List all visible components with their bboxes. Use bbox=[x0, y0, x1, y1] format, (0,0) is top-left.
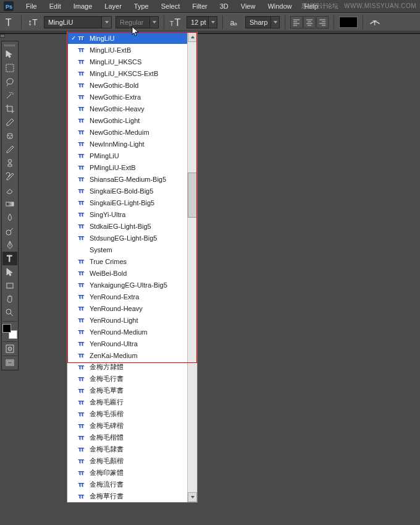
font-option[interactable]: TTTTNewInnMing-Light bbox=[67, 138, 187, 150]
font-option[interactable]: TTTTNewGothic-Meduim bbox=[67, 126, 187, 138]
dodge-tool[interactable] bbox=[2, 224, 17, 238]
font-option[interactable]: TTTTYankaigungEG-Ultra-Big5 bbox=[67, 279, 187, 291]
scrollbar-track[interactable] bbox=[188, 42, 197, 492]
eraser-tool[interactable] bbox=[2, 184, 17, 197]
align-center-button[interactable] bbox=[303, 16, 316, 28]
antialias-select[interactable]: Sharp bbox=[245, 16, 280, 28]
font-option[interactable]: TTTTPMingLiU-ExtB bbox=[67, 161, 187, 173]
font-option[interactable]: TTTTYenRound-Light bbox=[67, 314, 187, 326]
font-family-select[interactable]: MingLiU bbox=[44, 16, 112, 28]
font-option[interactable]: TTTTSingkaiEG-Bold-Big5 bbox=[67, 185, 187, 197]
font-option[interactable]: TTTT金梅毛張楷 bbox=[67, 408, 187, 420]
font-family-dropdown[interactable]: ✓TTTTMingLiUTTTTMingLiU-ExtBTTTTMingLiU_… bbox=[67, 32, 198, 503]
font-option[interactable]: TTTTYenRound-Ultra bbox=[67, 338, 187, 349]
chevron-down-icon[interactable] bbox=[149, 17, 158, 28]
stamp-tool[interactable] bbox=[2, 156, 17, 170]
font-option[interactable]: System bbox=[67, 244, 187, 255]
scroll-up-button[interactable] bbox=[188, 32, 197, 42]
text-orientation-icon[interactable]: ↕T bbox=[27, 15, 40, 29]
screen-mode-icon[interactable] bbox=[2, 357, 17, 369]
align-right-button[interactable] bbox=[316, 16, 329, 28]
wand-tool[interactable] bbox=[2, 88, 17, 102]
font-option[interactable]: TTTT金梅毛隸書 bbox=[67, 443, 187, 455]
font-option[interactable]: TTTTMingLiU_HKSCS-ExtB bbox=[67, 67, 187, 79]
chevron-down-icon[interactable] bbox=[271, 17, 279, 28]
move-tool[interactable] bbox=[2, 48, 17, 61]
font-option[interactable]: TTTTNewGothic-Extra bbox=[67, 91, 187, 103]
foreground-background-colors[interactable] bbox=[2, 324, 17, 339]
font-option[interactable]: TTTT金梅毛碑楷 bbox=[67, 420, 187, 432]
font-option[interactable]: TTTT金梅草行書 bbox=[67, 490, 187, 502]
font-style-select[interactable]: Regular bbox=[116, 16, 159, 28]
path-select-tool[interactable] bbox=[2, 265, 17, 279]
font-option[interactable]: TTTT金梅毛顏楷 bbox=[67, 455, 187, 467]
font-option[interactable]: TTTTSingkaiEG-Light-Big5 bbox=[67, 197, 187, 208]
font-option[interactable]: TTTTWeiBei-Bold bbox=[67, 267, 187, 279]
scrollbar[interactable] bbox=[187, 32, 197, 502]
gradient-tool[interactable] bbox=[2, 197, 17, 211]
tool-preset-icon[interactable]: T bbox=[2, 15, 16, 29]
font-option[interactable]: TTTTPMingLiU bbox=[67, 150, 187, 161]
panel-dock-grip[interactable] bbox=[0, 34, 5, 38]
heal-tool[interactable] bbox=[2, 129, 17, 143]
font-option[interactable]: ✓TTTTMingLiU bbox=[67, 32, 187, 44]
menu-file[interactable]: File bbox=[20, 1, 43, 11]
font-option[interactable]: TTTTTrue Crimes bbox=[67, 255, 187, 267]
scrollbar-thumb[interactable] bbox=[188, 173, 197, 218]
marquee-tool[interactable] bbox=[2, 61, 17, 75]
rectangle-tool[interactable] bbox=[2, 279, 17, 292]
font-option[interactable]: TTTTStdkaiEG-Light-Big5 bbox=[67, 220, 187, 232]
font-option[interactable]: TTTTZenKai-Medium bbox=[67, 349, 187, 361]
font-option[interactable]: TTTTShiansaEG-Medium-Big5 bbox=[67, 173, 187, 185]
font-size-select[interactable]: 12 pt bbox=[187, 16, 217, 28]
menu-window[interactable]: Window bbox=[261, 1, 298, 11]
crop-tool[interactable] bbox=[2, 102, 17, 116]
antialias-icon[interactable]: aₐ bbox=[228, 15, 242, 29]
zoom-tool[interactable] bbox=[2, 306, 17, 320]
menu-edit[interactable]: Edit bbox=[43, 1, 67, 11]
font-option[interactable]: TTTTNewGothic-Light bbox=[67, 114, 187, 126]
font-option[interactable]: TTTT金梅毛楷體 bbox=[67, 432, 187, 443]
font-option[interactable]: TTTT金梅流行書 bbox=[67, 479, 187, 490]
font-option[interactable]: TTTTSingYi-Ultra bbox=[67, 208, 187, 220]
font-option[interactable]: TTTTNewGothic-Heavy bbox=[67, 103, 187, 114]
font-option[interactable]: TTTTYenRound-Extra bbox=[67, 291, 187, 302]
align-left-button[interactable] bbox=[290, 16, 303, 28]
scroll-down-button[interactable] bbox=[188, 492, 197, 502]
hand-tool[interactable] bbox=[2, 292, 17, 306]
eyedropper-tool[interactable] bbox=[2, 116, 17, 129]
foreground-color[interactable] bbox=[2, 324, 11, 333]
warp-text-icon[interactable]: T bbox=[368, 15, 382, 29]
font-option[interactable]: TTTT金梅方隸體 bbox=[67, 361, 187, 373]
font-option[interactable]: TTTT金梅毛行書 bbox=[67, 373, 187, 385]
menu-3d[interactable]: 3D bbox=[214, 1, 235, 11]
font-option[interactable]: TTTT金梅印篆體 bbox=[67, 467, 187, 479]
text-color-swatch[interactable] bbox=[339, 17, 358, 28]
font-option[interactable]: TTTTMingLiU_HKSCS bbox=[67, 56, 187, 67]
menu-layer[interactable]: Layer bbox=[98, 1, 128, 11]
font-option[interactable]: TTTTStdsungEG-Light-Big5 bbox=[67, 232, 187, 244]
lasso-tool[interactable] bbox=[2, 75, 17, 88]
pen-tool[interactable] bbox=[2, 238, 17, 252]
menu-select[interactable]: Select bbox=[155, 1, 187, 11]
tool-panel: T bbox=[1, 41, 19, 370]
chevron-down-icon[interactable] bbox=[101, 17, 111, 28]
brush-tool[interactable] bbox=[2, 143, 17, 156]
chevron-down-icon[interactable] bbox=[208, 17, 217, 28]
font-option[interactable]: TTTTMingLiU-ExtB bbox=[67, 44, 187, 56]
type-tool[interactable]: T bbox=[2, 252, 17, 265]
font-option[interactable]: TTTTYenRound-Medium bbox=[67, 326, 187, 338]
font-option[interactable]: TTTT金梅毛草書 bbox=[67, 385, 187, 396]
menu-filter[interactable]: Filter bbox=[186, 1, 213, 11]
menu-view[interactable]: View bbox=[235, 1, 262, 11]
quick-mask-icon[interactable] bbox=[2, 343, 17, 354]
menu-image[interactable]: Image bbox=[67, 1, 99, 11]
panel-grip[interactable] bbox=[2, 43, 18, 48]
font-option[interactable]: TTTTNewGothic-Bold bbox=[67, 79, 187, 91]
menu-type[interactable]: Type bbox=[128, 1, 155, 11]
blur-tool[interactable] bbox=[2, 211, 17, 224]
history-brush-tool[interactable] bbox=[2, 170, 17, 184]
font-option[interactable]: TTTT金梅毛匾行 bbox=[67, 396, 187, 408]
font-size-icon[interactable]: TT bbox=[169, 15, 183, 29]
font-option[interactable]: TTTTYenRound-Heavy bbox=[67, 302, 187, 314]
